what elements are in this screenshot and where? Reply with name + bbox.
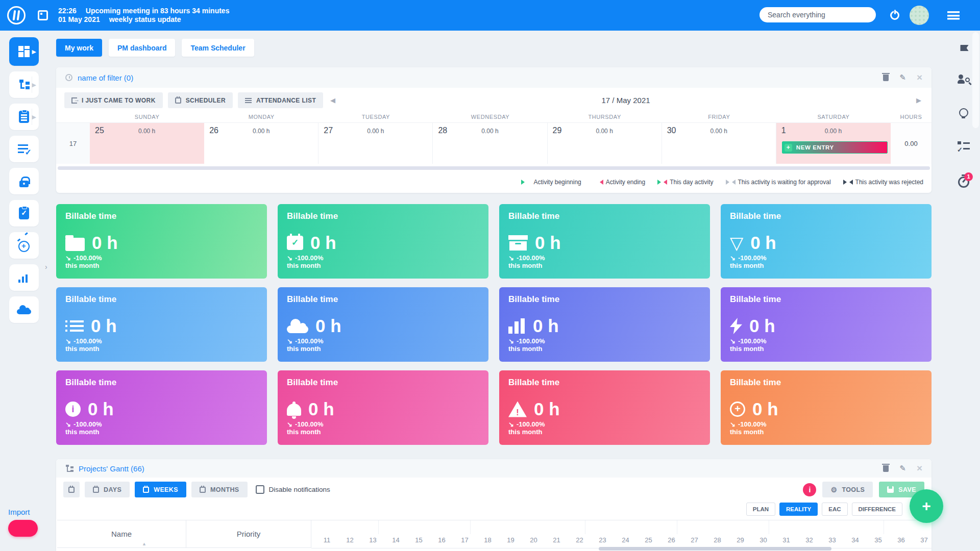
day-name-label: MONDAY (204, 111, 318, 122)
came-to-work-button[interactable]: I JUST CAME TO WORK (64, 92, 163, 108)
day-cell[interactable]: 28 0.00 h + NEW ENTRY (433, 123, 547, 164)
week-number-label: 28 (706, 534, 729, 548)
sidebar-item-approvals[interactable] (9, 200, 39, 227)
week-date-label: 17 / May 2021 (342, 96, 909, 105)
scale-button[interactable]: DAYS (85, 482, 130, 497)
filter-title[interactable]: name of filter (0) (78, 73, 133, 82)
info-icon[interactable]: i (803, 483, 816, 496)
card-period: this month (287, 345, 321, 353)
avatar[interactable] (910, 6, 929, 25)
delete-icon[interactable] (883, 465, 889, 472)
sidebar-item-todo-list[interactable] (9, 136, 39, 162)
import-pill-button[interactable] (8, 520, 38, 537)
sidebar-item-tasks[interactable]: ▶ (9, 104, 39, 130)
hours-header: HOURS (891, 111, 932, 122)
hamburger-menu-icon[interactable] (947, 11, 960, 20)
gantt-horizontal-scrollbar[interactable] (599, 547, 831, 550)
filter-toolbar: I JUST CAME TO WORK SCHEDULER ATTENDANCE… (56, 88, 932, 111)
import-link[interactable]: Import (8, 508, 30, 516)
week-number-label: 21 (545, 534, 568, 548)
add-fab-button[interactable]: + (910, 489, 943, 523)
scale-button[interactable]: WEEKS (135, 482, 186, 497)
week-number-label: 13 (361, 534, 384, 548)
sidebar-item-dashboard[interactable]: ▶ (9, 37, 39, 66)
week-number-label: 18 (476, 534, 499, 548)
app-logo[interactable] (7, 6, 26, 24)
meeting-reminder[interactable]: 22:26Upcoming meeting in 83 hours 34 min… (58, 7, 229, 24)
column-header-priority[interactable]: Priority (186, 520, 311, 548)
month-label (315, 520, 378, 534)
calendar-icon (93, 487, 99, 493)
calendar-week-row: 17 25 0.00 h + NEW ENTRY 26 0.00 h + NEW… (56, 122, 932, 164)
card-value: 0 h (88, 399, 114, 419)
lightbulb-icon[interactable] (959, 108, 968, 117)
column-header-name[interactable]: Name▲ (57, 520, 186, 548)
gantt-title[interactable]: Projects' Gantt (66) (79, 464, 144, 473)
gantt-tree-icon (65, 465, 74, 472)
vertical-scrollbar[interactable] (972, 32, 979, 128)
close-icon[interactable]: × (917, 74, 922, 81)
new-entry-button[interactable]: + NEW ENTRY (782, 141, 888, 154)
legend-item: This activity is waiting for approval (726, 179, 831, 186)
week-number-label: 30 (752, 534, 775, 548)
prev-week-button[interactable]: ◀ (328, 95, 337, 105)
week-number-label: 22 (568, 534, 591, 548)
day-cell[interactable]: 27 0.00 h + NEW ENTRY (318, 123, 433, 164)
edit-icon[interactable]: ✎ (899, 464, 906, 473)
billable-time-card: Billable time 0 h -100.00% this month (721, 370, 932, 445)
card-title: Billable time (508, 211, 701, 221)
submenu-arrow-icon: ▶ (32, 48, 36, 55)
stopwatch-icon[interactable]: 1 (958, 177, 969, 188)
billable-time-card: Billable time 0 h -100.00% this month (56, 287, 267, 362)
day-cell[interactable]: 1 0.00 h + NEW ENTRY (776, 123, 891, 164)
view-button[interactable]: EAC (822, 503, 847, 516)
attendance-list-button[interactable]: ATTENDANCE LIST (238, 92, 323, 108)
card-title: Billable time (65, 378, 258, 388)
scale-button[interactable]: MONTHS (191, 482, 248, 497)
close-icon[interactable]: × (917, 465, 922, 472)
flag-icon[interactable] (961, 45, 969, 51)
card-title: Billable time (287, 378, 479, 388)
week-number-label: 24 (614, 534, 637, 548)
calendar-horizontal-scrollbar[interactable] (58, 166, 930, 170)
tab[interactable]: My work (56, 39, 102, 57)
view-button[interactable]: PLAN (746, 503, 775, 516)
user-search-icon[interactable] (958, 74, 970, 85)
tools-button[interactable]: ⚙TOOLS (822, 482, 873, 497)
card-title: Billable time (730, 294, 922, 305)
checklist-icon[interactable] (958, 141, 970, 151)
view-button[interactable]: REALITY (779, 503, 818, 516)
sidebar-item-reports[interactable] (9, 264, 39, 291)
power-icon[interactable] (890, 11, 899, 20)
search-input[interactable] (760, 7, 876, 22)
sidebar-item-projects[interactable]: ▶ (9, 71, 39, 98)
day-cell[interactable]: 25 0.00 h + NEW ENTRY (90, 123, 204, 164)
disable-notifications-checkbox[interactable] (256, 485, 264, 494)
day-name-label: WEDNESDAY (433, 111, 547, 122)
delete-icon[interactable] (883, 74, 889, 81)
card-value: 0 h (308, 399, 334, 419)
sidebar-item-permissions[interactable] (9, 168, 39, 194)
week-number-label: 32 (798, 534, 821, 548)
week-number-label: 25 (637, 534, 660, 548)
warning-icon (508, 402, 527, 417)
day-cell[interactable]: 26 0.00 h + NEW ENTRY (204, 123, 318, 164)
tab[interactable]: Team Scheduler (182, 39, 254, 57)
sidebar-item-time-tracking[interactable] (9, 232, 39, 259)
next-week-button[interactable]: ▶ (914, 95, 923, 105)
day-cell[interactable]: 29 0.00 h + NEW ENTRY (548, 123, 662, 164)
day-names-row: SUNDAYMONDAYTUESDAYWEDNESDAYTHURSDAYFRID… (56, 111, 932, 122)
scheduler-button[interactable]: SCHEDULER (168, 92, 233, 108)
day-cell[interactable]: 30 0.00 h + NEW ENTRY (662, 123, 776, 164)
view-button[interactable]: DIFFERENCE (852, 503, 902, 516)
tab[interactable]: PM dashboard (109, 39, 175, 57)
legend-item: Activity ending (594, 179, 645, 186)
week-number-label: 34 (844, 534, 867, 548)
calendar-view-button[interactable] (63, 482, 80, 497)
disable-notifications-option[interactable]: Disable notifications (256, 485, 330, 494)
billable-time-card: Billable time 0 h -100.00% this month (56, 204, 267, 279)
sidebar-item-cloud[interactable] (9, 296, 39, 323)
sidebar-expand-chevron[interactable]: › (45, 263, 47, 271)
edit-icon[interactable]: ✎ (899, 73, 906, 82)
day-hours: 0.00 h (548, 128, 662, 135)
